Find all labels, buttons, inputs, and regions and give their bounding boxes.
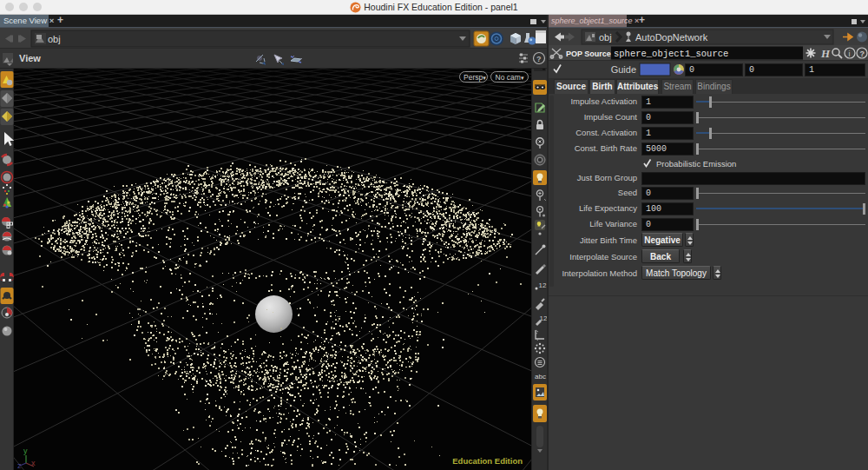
svg-text:12: 12 [539, 281, 547, 289]
svg-text:y: y [23, 447, 28, 455]
svg-text:?: ? [536, 55, 542, 63]
svg-text:View: View [19, 53, 41, 63]
svg-text:x: x [31, 459, 36, 467]
svg-text:abc: abc [535, 373, 546, 381]
svg-text:AutoDopNetwork: AutoDopNetwork [635, 32, 708, 43]
svg-text:obj: obj [48, 34, 61, 44]
svg-text:POP Source: POP Source [566, 50, 611, 58]
svg-text:?: ? [860, 50, 865, 58]
svg-text:sphere_object1_source: sphere_object1_source [614, 49, 728, 59]
svg-text:i: i [849, 50, 851, 58]
svg-text:obj: obj [599, 32, 612, 43]
svg-text:Guide: Guide [611, 64, 636, 75]
svg-text:H: H [820, 47, 831, 60]
svg-text:z: z [17, 461, 22, 468]
